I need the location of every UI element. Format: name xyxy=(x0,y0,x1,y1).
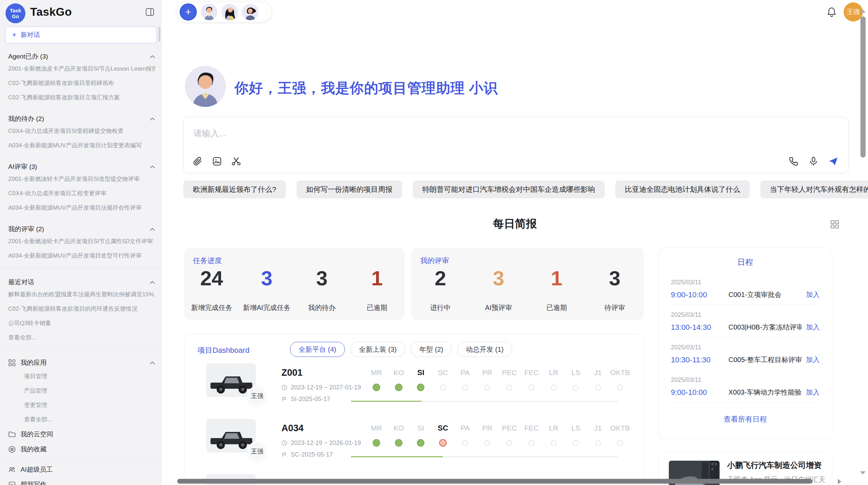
my-review-card: 我的评审 2 进行中 3 AI预评审 1 已逾期 3 待评审 xyxy=(411,248,644,320)
recent-chat-item[interactable]: C02-飞腾新能源轻客改款项目的闭环通告反馈情况 xyxy=(8,302,155,316)
schedule-title: 日程 xyxy=(659,257,832,268)
task-progress-card: 任务进度 24 新增完成任务 3 新增AI完成任务 3 我的待办 1 已逾期 xyxy=(184,248,405,320)
milestone-label: J1 xyxy=(594,423,602,433)
milestone-dot-done xyxy=(417,439,424,447)
flag-icon xyxy=(281,396,287,402)
milestone-dot-done xyxy=(373,384,380,391)
recent-view-all[interactable]: 查看全部... xyxy=(8,331,155,345)
sidebar: Task Go TaskGo + 新对话 Agent已办 (3) Z001-全新… xyxy=(0,0,162,485)
attachment-icon[interactable] xyxy=(193,156,203,166)
sidebar-item[interactable]: Z001-全新燃油皮卡产品开发项目SI节点Lesson Learn报告 xyxy=(8,62,155,76)
scrollbar-right-arrow[interactable] xyxy=(838,479,841,484)
milestone-dot-pending xyxy=(529,385,534,390)
milestone-label: OKTB xyxy=(610,368,630,378)
sidebar-item[interactable]: Z001-全新燃油轻卡产品开发项目SI节点属性5D文件评审 xyxy=(8,234,155,249)
sidebar-item[interactable]: C0X4-动力总成开发项目工程变更评审 xyxy=(8,186,155,201)
new-conversation-button[interactable]: + xyxy=(180,3,197,21)
contact-avatar[interactable] xyxy=(221,4,238,20)
contact-avatar[interactable] xyxy=(242,4,258,20)
section-recent-chats[interactable]: 最近对话 xyxy=(8,277,155,287)
chat-input[interactable] xyxy=(193,125,839,141)
microphone-icon[interactable] xyxy=(808,156,819,166)
project-dashboard-card: 项目Dashboard 全新平台 (4) 全新上装 (3) 年型 (2) 动总开… xyxy=(184,334,644,485)
sidebar-item-project-mgmt[interactable]: 项目管理 xyxy=(8,369,155,384)
milestone-label: KO xyxy=(394,423,404,433)
sidebar-item[interactable]: C0X4-动力总成开发项目SI里程碑提交物检查 xyxy=(8,124,155,138)
filter-chip[interactable]: 动总开发 (1) xyxy=(457,342,512,357)
project-row[interactable]: 王强 Z001 2023-12-19 ~ 2027-01-19 SI-2025-… xyxy=(184,360,643,415)
scrollbar-down-arrow[interactable] xyxy=(860,471,866,474)
suggestion-chip[interactable]: 欧洲新规最近颁布了什么? xyxy=(183,181,286,198)
chevron-up-icon xyxy=(150,165,155,169)
project-flag-milestone: SC-2025-05-17 xyxy=(281,451,333,458)
section-my-review[interactable]: 我的评审 (2) xyxy=(8,224,155,234)
suggestion-chip[interactable]: 如何写一份清晰的项目周报 xyxy=(297,181,402,198)
join-button[interactable]: 加入 xyxy=(806,388,820,397)
apps-view-all[interactable]: 查看全部... xyxy=(8,412,155,427)
milestone-dot-done xyxy=(417,384,424,391)
sidebar-item[interactable]: C02-飞腾新能源轻客改款项目里程碑画布 xyxy=(8,76,155,90)
greeting-text: 你好，王强，我是你的项目管理助理 小识 xyxy=(234,79,498,98)
contact-avatar[interactable] xyxy=(201,4,217,20)
view-all-schedule-link[interactable]: 查看所有日程 xyxy=(659,414,832,424)
new-chat-label: 新对话 xyxy=(21,30,40,39)
join-button[interactable]: 加入 xyxy=(806,355,820,364)
image-icon[interactable] xyxy=(212,156,222,166)
section-agent-done[interactable]: Agent已办 (3) xyxy=(8,51,155,62)
photo-write-icon xyxy=(8,481,16,485)
vertical-scrollbar-thumb[interactable] xyxy=(860,16,866,158)
recent-chat-item[interactable]: 解释最新出台的欧盟报废车法规再生塑料比例被调至15%... xyxy=(8,287,155,302)
sidebar-header: Task Go TaskGo xyxy=(0,0,162,24)
stat-value: 1 xyxy=(551,268,562,289)
project-owner-badge: 王强 xyxy=(247,386,267,406)
suggestion-chip[interactable]: 特朗普可能对进口汽车增税会对中国车企造成哪些影响 xyxy=(413,181,605,198)
filter-chip[interactable]: 全新上装 (3) xyxy=(350,342,405,357)
sidebar-item-help-write[interactable]: 帮我写作 xyxy=(8,477,155,485)
layout-grid-icon[interactable] xyxy=(830,219,840,229)
section-ai-review[interactable]: AI评审 (3) xyxy=(8,162,155,172)
horizontal-scrollbar-thumb[interactable] xyxy=(177,479,812,484)
schedule-time: 9:00-10:00 xyxy=(671,388,728,397)
stat: 1 已逾期 xyxy=(349,268,405,312)
join-button[interactable]: 加入 xyxy=(806,323,820,332)
milestone-label: PR xyxy=(482,423,492,433)
quick-chat-pill: + xyxy=(177,2,272,22)
notification-bell-icon[interactable] xyxy=(827,7,836,17)
suggestion-chip[interactable]: 比亚迪全固态电池计划具体说了什么 xyxy=(615,181,750,198)
sidebar-item-change-mgmt[interactable]: 变更管理 xyxy=(8,398,155,412)
project-code: A034 xyxy=(281,423,304,434)
section-my-todo[interactable]: 我的待办 (2) xyxy=(8,114,155,124)
sidebar-item-product-mgmt[interactable]: 产品管理 xyxy=(8,384,155,398)
filter-chip[interactable]: 全新平台 (4) xyxy=(290,342,345,357)
sidebar-scrollbar-thumb[interactable] xyxy=(158,27,160,42)
section-label: 最近对话 xyxy=(8,278,34,287)
section-label: 我的待办 (2) xyxy=(8,114,44,123)
sidebar-item[interactable]: C02-飞腾新能源轻客改款项目立项汇报方案 xyxy=(8,90,155,105)
sidebar-item[interactable]: Z001-全新燃油轻卡产品开发项目SI造型提交物评审 xyxy=(8,172,155,186)
sidebar-item[interactable]: A034-全新新能源MUV产品开发项目计划变更表编写 xyxy=(8,138,155,153)
milestone-dot-pending xyxy=(617,440,623,446)
sidebar-item[interactable]: A034-全新新能源MUV产品开发项目法规符合性评审 xyxy=(8,201,155,215)
people-icon xyxy=(8,466,16,473)
project-row[interactable]: 王强 A034 2023-12-19 ~ 2026-01-19 SC-2025-… xyxy=(184,415,643,470)
milestone-progress-line xyxy=(351,401,421,402)
send-icon[interactable] xyxy=(828,156,839,166)
sidebar-item-ai-staff[interactable]: AI超级员工 xyxy=(8,462,155,477)
star-badge-icon xyxy=(8,446,16,453)
milestone-label: LS xyxy=(571,423,580,433)
recent-chat-item[interactable]: 公司Q3轻卡销量 xyxy=(8,316,155,331)
project-code: Z001 xyxy=(281,368,303,378)
sidebar-item[interactable]: A034-全新新能源MUV产品开发项目造型可行性评审 xyxy=(8,249,155,263)
suggestion-chip[interactable]: 当下年轻人对汽车外观有怎样的喜好趋势 xyxy=(760,181,868,198)
scrollbar-up-arrow[interactable] xyxy=(860,10,866,13)
sidebar-item-my-apps[interactable]: 我的应用 xyxy=(8,356,155,369)
new-chat-button[interactable]: + 新对话 xyxy=(5,27,156,43)
milestone-label: MR xyxy=(371,423,382,433)
sidebar-collapse-icon[interactable] xyxy=(145,8,154,16)
sidebar-item-favorites[interactable]: 我的收藏 xyxy=(8,442,155,457)
sidebar-item-cloud-space[interactable]: 我的云空间 xyxy=(8,427,155,442)
phone-icon[interactable] xyxy=(788,156,799,166)
scissors-icon[interactable] xyxy=(231,156,241,166)
filter-chip[interactable]: 年型 (2) xyxy=(411,342,452,357)
join-button[interactable]: 加入 xyxy=(806,290,820,299)
